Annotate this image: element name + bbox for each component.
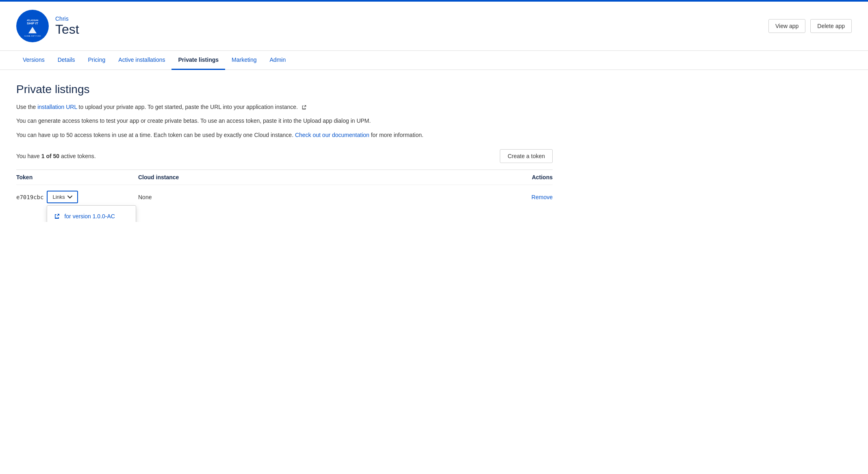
view-app-button[interactable]: View app <box>768 19 805 33</box>
token-summary: You have 1 of 50 active tokens. <box>16 153 96 159</box>
tab-versions[interactable]: Versions <box>16 51 51 70</box>
documentation-link[interactable]: Check out our documentation <box>295 132 369 138</box>
tab-active-installations[interactable]: Active installations <box>112 51 171 70</box>
installation-url-link[interactable]: installation URL <box>37 104 77 110</box>
dropdown-item-v1-label: for version 1.0.0-AC <box>64 213 115 220</box>
links-dropdown: for version 1.0.0-AC for version 1.1.0-A… <box>47 205 136 222</box>
token-value: e7019cbc <box>16 194 43 200</box>
col-actions: Actions <box>488 170 553 185</box>
external-link-icon <box>301 104 307 110</box>
app-title: Test <box>55 22 79 37</box>
links-button[interactable]: Links <box>47 191 78 203</box>
main-content: Private listings Use the installation UR… <box>0 70 569 222</box>
token-count: 1 of 50 <box>41 153 59 159</box>
external-icon-v1 <box>54 213 60 220</box>
token-cell: e7019cbc Links <box>16 185 130 209</box>
app-owner: Chris <box>55 15 79 22</box>
header-actions: View app Delete app <box>768 19 852 33</box>
actions-cell: Remove <box>488 185 553 209</box>
header: ATLASSIAN SHIP IT GLOBAL SHIP IT 2016 Ch… <box>0 2 868 51</box>
col-cloud-instance: Cloud instance <box>130 170 488 185</box>
app-logo: ATLASSIAN SHIP IT GLOBAL SHIP IT 2016 <box>16 10 49 42</box>
svg-point-0 <box>21 15 44 37</box>
col-token: Token <box>16 170 130 185</box>
tokens-table: Token Cloud instance Actions e7019cbc Li… <box>16 170 553 209</box>
description-2: You can generate access tokens to test y… <box>16 116 553 125</box>
links-label: Links <box>52 194 65 200</box>
tab-private-listings[interactable]: Private listings <box>171 51 225 70</box>
description-3: You can have up to 50 access tokens in u… <box>16 130 553 139</box>
delete-app-button[interactable]: Delete app <box>810 19 852 33</box>
table-header-row: Token Cloud instance Actions <box>16 170 553 185</box>
links-dropdown-container: Links <box>47 191 78 203</box>
table-row: e7019cbc Links <box>16 185 553 209</box>
page-title: Private listings <box>16 83 553 96</box>
chevron-down-icon <box>67 196 72 199</box>
app-name-block: Chris Test <box>55 15 79 37</box>
dropdown-item-v1[interactable]: for version 1.0.0-AC <box>47 209 136 222</box>
svg-text:GLOBAL SHIP IT 2016: GLOBAL SHIP IT 2016 <box>24 35 41 37</box>
tab-admin[interactable]: Admin <box>263 51 293 70</box>
svg-text:SHIP IT: SHIP IT <box>27 22 38 25</box>
cloud-instance-cell: None <box>130 185 488 209</box>
tab-pricing[interactable]: Pricing <box>82 51 112 70</box>
remove-link[interactable]: Remove <box>532 194 553 200</box>
token-summary-row: You have 1 of 50 active tokens. Create a… <box>16 149 553 163</box>
tab-marketing[interactable]: Marketing <box>225 51 263 70</box>
description-1: Use the installation URL to upload your … <box>16 102 553 111</box>
navigation: Versions Details Pricing Active installa… <box>0 51 868 70</box>
create-token-button[interactable]: Create a token <box>500 149 553 163</box>
token-cell-inner: e7019cbc Links <box>16 191 130 203</box>
header-left: ATLASSIAN SHIP IT GLOBAL SHIP IT 2016 Ch… <box>16 10 79 42</box>
tab-details[interactable]: Details <box>51 51 82 70</box>
